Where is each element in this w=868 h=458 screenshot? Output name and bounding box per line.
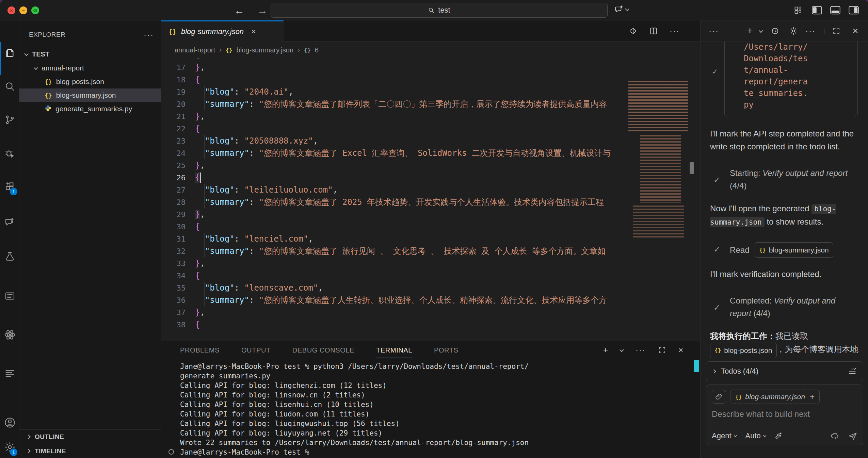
code-line-23[interactable]: 23 "blog": "20508888.xyz", [161,135,700,147]
code-line-18[interactable]: 18{ [161,73,700,86]
explorer-more-actions[interactable]: ··· [144,30,154,39]
code-line-22[interactable]: 22{ [161,122,700,135]
split-editor-icon[interactable] [649,27,658,35]
code-line-25[interactable]: 25}, [161,159,700,171]
new-terminal-icon[interactable]: + [603,345,608,355]
breadcrumb-item[interactable]: annual-report [175,46,215,54]
copilot-chat-button[interactable] [615,5,629,14]
code-line-27[interactable]: 27 "blog": "leileiluoluo.com", [161,184,700,196]
workspace-root[interactable]: TEST [19,47,161,61]
fullscreen-window-button[interactable]: ⊘ [31,6,39,14]
tools-button[interactable] [775,432,783,440]
model-picker-dropdown[interactable]: Auto [745,431,766,440]
command-center-search[interactable]: test [271,3,608,18]
settings-gear-icon[interactable]: 1 [0,436,19,458]
panel-tab-output[interactable]: OUTPUT [241,346,271,354]
code-line-16[interactable]: 16{ [161,59,700,61]
cloud-send-icon[interactable] [830,431,840,441]
panel-tab-ports[interactable]: PORTS [434,346,459,354]
chat-overflow-icon[interactable]: ··· [805,20,816,42]
attached-file-chip[interactable]: {} blog-summary.json + [730,390,820,404]
code-line-36[interactable]: 36 "summary": "您的博客文章涵盖了人生转折、职业选择、个人成长、精… [161,294,700,306]
breadcrumb-item[interactable]: blog-summary.json [237,46,293,54]
todos-card[interactable]: Todos (4/4) [706,361,863,381]
toggle-panel-button[interactable] [830,5,841,16]
toggle-primary-sidebar-button[interactable] [811,5,822,16]
code-line-38[interactable]: 38{ [161,318,700,331]
extensions-icon[interactable]: 1 [0,176,19,197]
code-line-35[interactable]: 35 "blog": "leonscave.com", [161,282,700,294]
folder-annual-report[interactable]: annual-report [19,61,161,75]
file-item-blog-summary.json[interactable]: {}blog-summary.json [19,88,161,102]
chat-settings-gear-icon[interactable] [788,20,799,42]
explorer-icon[interactable] [0,42,19,64]
file-item-blog-posts.json[interactable]: {}blog-posts.json [19,75,161,88]
code-line-37[interactable]: 37}, [161,306,700,318]
file-item-generate_summaries.py[interactable]: generate_summaries.py [19,102,161,116]
code-editor[interactable]: 16{17},18{19 "blog": "2040.ai",20 "summa… [161,59,700,361]
file-chip[interactable]: {}blog-posts.json [710,343,777,358]
send-icon[interactable] [848,431,857,441]
code-line-33[interactable]: 33}, [161,257,700,269]
minimap[interactable] [626,79,696,242]
chat-close-icon[interactable]: × [850,20,861,42]
code-line-24[interactable]: 24 "summary": "您的博客文章涵盖了 Excel 汇率查询、 Sol… [161,147,700,159]
code-line-26[interactable]: 26{ [161,171,700,184]
search-view-icon[interactable] [0,76,19,97]
toggle-secondary-sidebar-button[interactable] [848,5,859,16]
timeline-section[interactable]: TIMELINE [19,444,161,458]
accounts-icon[interactable] [0,412,19,434]
testing-beaker-icon[interactable] [0,246,19,267]
code-line-30[interactable]: 30{ [161,220,700,233]
back-arrow-icon[interactable]: ← [234,5,244,16]
lines-extension-icon[interactable] [0,362,19,384]
maximize-panel-icon[interactable] [658,346,666,354]
panel-tab-debug-console[interactable]: DEBUG CONSOLE [292,346,354,354]
new-chat-icon[interactable]: + [744,20,756,42]
panel-tab-problems[interactable]: PROBLEMS [180,346,220,354]
terminal-output[interactable]: Jane@larrys-MacBook-Pro test % python3 /… [161,362,693,458]
breadcrumb[interactable]: annual-report›{}blog-summary.json›{}6 [161,42,700,59]
panel-more-actions-icon[interactable]: ··· [636,345,646,355]
chat-view-icon[interactable] [0,211,19,233]
code-block-card[interactable]: ✓/Users/larry/ Downloads/tes t/annual- r… [724,42,858,117]
run-debug-icon[interactable] [0,142,19,164]
customize-layout-button[interactable] [793,5,804,16]
code-line-17[interactable]: 17}, [161,61,700,73]
chat-messages[interactable]: ✓/Users/larry/ Downloads/tes t/annual- r… [701,42,868,360]
tab-blog-summary[interactable]: {} blog-summary.json × [161,20,284,42]
close-panel-icon[interactable]: × [678,345,683,355]
outline-section[interactable]: OUTLINE [19,429,161,444]
attach-context-button[interactable] [712,390,726,404]
forward-arrow-icon[interactable]: → [257,5,268,16]
add-attachment-icon[interactable]: + [810,392,815,402]
chat-maximize-icon[interactable] [831,20,842,42]
code-line-19[interactable]: 19 "blog": "2040.ai", [161,86,700,98]
chat-history-icon[interactable] [769,20,781,42]
terminal-dropdown-icon[interactable] [620,347,624,352]
chat-input-card[interactable]: {} blog-summary.json + Describe what to … [706,385,863,445]
breadcrumb-item[interactable]: 6 [315,46,319,54]
agent-mode-dropdown[interactable]: Agent [712,431,737,440]
new-chat-dropdown-icon[interactable] [755,20,767,42]
code-line-32[interactable]: 32 "summary": "您的博客文章涵盖了 旅行见闻 、 文化思考 、 技… [161,245,700,257]
chat-more-icon[interactable]: ··· [708,20,720,42]
code-line-20[interactable]: 20 "summary": "您的博客文章涵盖了邮件列表「二〇四〇」第三季的开启… [161,98,700,110]
notebook-list-icon[interactable] [0,285,19,307]
chat-input-placeholder[interactable]: Describe what to build next [712,409,857,419]
minimize-window-button[interactable]: − [19,6,27,14]
file-chip[interactable]: {}blog-summary.json [755,242,833,258]
react-atom-icon[interactable] [0,324,19,346]
source-control-icon[interactable] [0,109,19,131]
scrollbar-handle[interactable] [690,162,694,174]
code-line-34[interactable]: 34{ [161,269,700,282]
panel-tab-terminal[interactable]: TERMINAL [376,346,412,354]
announcement-icon[interactable] [629,27,638,35]
close-window-button[interactable]: × [7,6,15,14]
editor-more-actions-icon[interactable]: ··· [670,26,680,36]
close-tab-icon[interactable]: × [251,27,256,36]
code-line-28[interactable]: 28 "summary": "您的博客文章涵盖了 2025 年技术趋势、开发实践… [161,196,700,208]
todo-list-icon[interactable] [848,367,857,376]
code-line-29[interactable]: 29}, [161,208,700,220]
code-line-21[interactable]: 21}, [161,110,700,122]
